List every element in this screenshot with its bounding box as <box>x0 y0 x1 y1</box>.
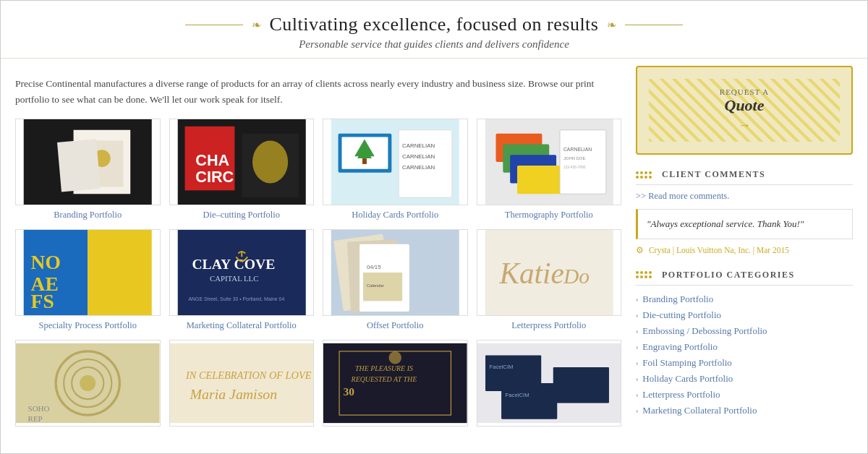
svg-point-53 <box>80 375 95 391</box>
svg-text:CIRC: CIRC <box>195 168 234 186</box>
svg-text:CARNELIAN: CARNELIAN <box>402 164 435 171</box>
svg-text:Katie: Katie <box>498 257 563 290</box>
svg-text:REQUESTED AT THE: REQUESTED AT THE <box>351 375 417 383</box>
portfolio-label-letterpress[interactable]: Letterpress Portfolio <box>511 320 586 331</box>
portfolio-label-thermography[interactable]: Thermography Portfolio <box>505 210 593 220</box>
category-list-item: ›Letterpress Portfolio <box>636 387 853 403</box>
svg-text:Maria Jamison: Maria Jamison <box>189 386 277 402</box>
svg-text:THE PLEASURE IS: THE PLEASURE IS <box>355 365 413 373</box>
portfolio-label-branding[interactable]: Branding Portfolio <box>54 210 122 220</box>
chevron-right-icon: › <box>636 359 638 367</box>
category-list-item: ›Holiday Cards Portfolio <box>636 371 853 387</box>
quote-arrow-icon: → <box>658 118 831 133</box>
svg-text:CARNELIAN: CARNELIAN <box>402 143 435 150</box>
portfolio-label-specialty[interactable]: Specialty Process Portfolio <box>39 320 137 331</box>
category-link-3[interactable]: Engraving Portfolio <box>642 341 718 353</box>
svg-rect-26 <box>560 130 606 194</box>
portfolio-label-marketing[interactable]: Marketing Collateral Portfolio <box>187 320 297 331</box>
portfolio-item-holidaycards[interactable]: CARNELIAN CARNELIAN CARNELIAN Holiday Ca… <box>323 119 468 220</box>
svg-text:FacelCIM: FacelCIM <box>505 392 529 398</box>
portfolio-item-engraving-partial[interactable]: SOHO REP <box>15 340 161 427</box>
quote-box-pattern: REQUEST a Quote → <box>649 79 840 142</box>
portfolio-categories-section: PORTFOLIO CATEGORIES ›Branding Portfolio… <box>636 270 853 419</box>
ornament-line-right <box>625 25 683 25</box>
category-link-5[interactable]: Holiday Cards Portfolio <box>642 373 733 385</box>
portfolio-thumb-branding <box>15 119 161 205</box>
svg-text:REP: REP <box>28 414 43 423</box>
svg-text:04/15: 04/15 <box>367 264 381 270</box>
category-link-6[interactable]: Letterpress Portfolio <box>642 389 720 401</box>
portfolio-thumb-diecutting: CHA CIRC <box>169 119 315 205</box>
chevron-right-icon: › <box>636 343 638 351</box>
svg-text:CAPITAL LLC: CAPITAL LLC <box>210 274 258 283</box>
category-list-item: ›Branding Portfolio <box>636 291 853 307</box>
category-link-2[interactable]: Embossing / Debossing Portfolio <box>642 325 767 337</box>
ornament-left-icon: ❧ <box>252 18 261 32</box>
page-wrapper: ❧ Cultivating excellence, focused on res… <box>0 0 868 454</box>
portfolio-thumb-specialty: NO AE FS <box>15 229 161 316</box>
category-list-item: ›Die-cutting Portfolio <box>636 307 853 323</box>
quote-request-small: REQUEST a <box>658 87 831 96</box>
portfolio-categories-heading: PORTFOLIO CATEGORIES <box>636 270 853 286</box>
portfolio-item-specialty[interactable]: NO AE FS Specialty Process Portfolio <box>15 229 161 331</box>
portfolio-item-letterpress2-partial[interactable]: FacelCIM FacelCIM <box>477 340 622 427</box>
comment-box: "Always exceptional service. Thank You!" <box>636 209 853 239</box>
portfolio-item-holidaycards2-partial[interactable]: THE PLEASURE IS REQUESTED AT THE 30 <box>323 340 468 427</box>
category-link-4[interactable]: Foil Stamping Portfolio <box>642 357 732 369</box>
portfolio-item-diecutting[interactable]: CHA CIRC Die–cutting Portfolio <box>169 119 315 220</box>
portfolio-item-offset[interactable]: 04/15 Calendar Offset Portfolio <box>323 229 468 331</box>
request-quote-box[interactable]: REQUEST a Quote → <box>636 66 853 155</box>
chevron-right-icon: › <box>636 295 638 303</box>
read-more-comments-link[interactable]: >> Read more comments. <box>636 191 853 202</box>
quote-request-large: Quote <box>658 96 831 115</box>
portfolio-item-letterpress[interactable]: Katie Do Letterpress Portfolio <box>477 229 622 331</box>
dots-pattern-comments <box>636 171 652 179</box>
portfolio-item-marketing[interactable]: CLAY COVE CAPITAL LLC ANGE Street, Suite… <box>169 229 315 331</box>
svg-rect-70 <box>553 367 608 403</box>
svg-text:NO: NO <box>31 251 61 273</box>
svg-point-63 <box>388 351 401 364</box>
svg-point-10 <box>252 141 288 184</box>
portfolio-thumb-foil-partial: IN CELEBRATION OF LOVE Maria Jamison <box>169 340 315 427</box>
category-link-7[interactable]: Marketing Collateral Portfolio <box>642 405 757 416</box>
client-comments-heading: CLIENT COMMENTS <box>636 169 853 185</box>
category-list: ›Branding Portfolio›Die-cutting Portfoli… <box>636 291 853 419</box>
portfolio-thumb-letterpress2-partial: FacelCIM FacelCIM <box>477 340 622 427</box>
portfolio-thumb-holidaycards: CARNELIAN CARNELIAN CARNELIAN <box>323 119 468 205</box>
portfolio-thumb-offset: 04/15 Calendar <box>323 229 468 316</box>
portfolio-label-holidaycards[interactable]: Holiday Cards Portfolio <box>352 210 438 220</box>
ornament-right-icon: ❧ <box>607 18 616 32</box>
comment-attribution-text: Crysta | Louis Vuitton Na, Inc. | Mar 20… <box>649 246 789 254</box>
portfolio-thumb-thermography: CARNELIAN JOHN DOE 123-456-7890 <box>477 119 622 205</box>
svg-rect-56 <box>170 343 314 423</box>
header-section: ❧ Cultivating excellence, focused on res… <box>1 1 867 59</box>
chevron-right-icon: › <box>636 327 638 335</box>
svg-rect-31 <box>88 230 152 315</box>
header-subtitle: Personable service that guides clients a… <box>15 38 853 51</box>
svg-text:Do: Do <box>562 265 589 288</box>
svg-rect-25 <box>517 166 563 194</box>
client-comments-title: CLIENT COMMENTS <box>662 169 765 180</box>
svg-text:CHA: CHA <box>195 151 229 169</box>
portfolio-item-thermography[interactable]: CARNELIAN JOHN DOE 123-456-7890 Thermogr… <box>477 119 622 220</box>
svg-rect-35 <box>177 230 305 315</box>
intro-text: Precise Continental manufactures a diver… <box>15 76 621 107</box>
svg-text:CARNELIAN: CARNELIAN <box>402 153 435 160</box>
svg-text:123-456-7890: 123-456-7890 <box>563 166 585 169</box>
svg-text:FS: FS <box>31 290 54 312</box>
portfolio-thumb-marketing: CLAY COVE CAPITAL LLC ANGE Street, Suite… <box>169 229 315 316</box>
portfolio-grid-partial: SOHO REP IN CELEBRATION OF LOVE Maria Ja… <box>15 340 621 427</box>
category-link-0[interactable]: Branding Portfolio <box>642 294 713 305</box>
svg-rect-68 <box>501 383 557 419</box>
portfolio-thumb-holidaycards2-partial: THE PLEASURE IS REQUESTED AT THE 30 <box>323 340 468 427</box>
portfolio-label-offset[interactable]: Offset Portfolio <box>367 320 424 331</box>
comment-attribution: ⚙ Crysta | Louis Vuitton Na, Inc. | Mar … <box>636 245 853 255</box>
portfolio-item-branding[interactable]: Branding Portfolio <box>15 119 161 220</box>
ornament-line-left <box>185 25 243 25</box>
category-link-1[interactable]: Die-cutting Portfolio <box>642 309 721 321</box>
svg-text:Calendar: Calendar <box>367 283 384 288</box>
right-column: REQUEST a Quote → <box>636 66 853 446</box>
portfolio-grid: Branding Portfolio CHA CIRC <box>15 119 621 331</box>
portfolio-label-diecutting[interactable]: Die–cutting Portfolio <box>203 210 280 220</box>
portfolio-item-foil-partial[interactable]: IN CELEBRATION OF LOVE Maria Jamison <box>169 340 315 427</box>
